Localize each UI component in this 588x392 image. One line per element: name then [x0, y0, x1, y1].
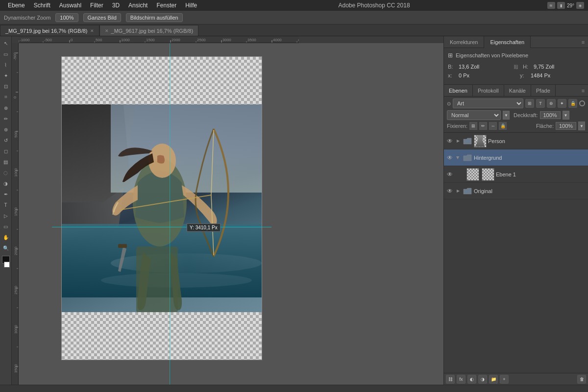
canvas-viewport[interactable]: Y: 3410,1 Px: [19, 43, 443, 385]
menu-schrift[interactable]: Schrift: [30, 1, 54, 10]
layer-vis-person[interactable]: 👁: [446, 137, 454, 145]
bildschirm-btn[interactable]: Bildschirm ausfüllen: [126, 13, 183, 22]
b-label: B:: [448, 64, 456, 70]
move-tool[interactable]: ↖: [1, 38, 11, 48]
blend-mode-select[interactable]: Normal: [447, 110, 501, 120]
layer-item-hintergrund[interactable]: 👁 ▶ Hintergrund: [444, 149, 588, 166]
filter-icon: ⊙: [447, 101, 451, 106]
hand-tool[interactable]: ✋: [1, 232, 11, 242]
layer-del-btn[interactable]: 🗑: [577, 375, 586, 384]
layer-filter-select[interactable]: Art: [453, 98, 523, 108]
menu-filter[interactable]: Filter: [86, 1, 107, 10]
gradient-tool[interactable]: ▤: [1, 157, 11, 167]
layer-link-btn[interactable]: ⛓: [446, 375, 455, 384]
dodge-tool[interactable]: ◑: [1, 178, 11, 188]
marquee-tool[interactable]: ▭: [1, 49, 11, 59]
fix-draw-icon[interactable]: ✏: [479, 122, 487, 130]
fix-lock-icon[interactable]: 🔒: [499, 122, 507, 130]
clone-tool[interactable]: ⊛: [1, 124, 11, 134]
svg-text:3500: 3500: [14, 364, 18, 373]
layer-expand-original[interactable]: ▶: [455, 188, 461, 194]
canvas-area[interactable]: -1000 -500 0 500 1000 1500 2000 2500: [12, 36, 443, 385]
svg-text:-500: -500: [44, 38, 52, 42]
tab-ebenen[interactable]: Ebenen: [444, 85, 473, 97]
eyedropper-tool[interactable]: ⌗: [1, 92, 11, 102]
ganzes-bild-btn[interactable]: Ganzes Bild: [83, 13, 121, 22]
layer-item-person[interactable]: 👁 ▶ Person: [444, 133, 588, 149]
opacity-dropdown[interactable]: ▼: [563, 111, 569, 120]
tab-pfade[interactable]: Pfade: [531, 85, 556, 97]
layer-icon-5[interactable]: 🔒: [568, 99, 577, 108]
folder-svg-person: [463, 137, 472, 145]
panel-menu-btn[interactable]: ≡: [578, 36, 588, 48]
menu-ansicht[interactable]: Ansicht: [124, 1, 151, 10]
layer-vis-hintergrund[interactable]: 👁: [446, 154, 454, 162]
pen-tool[interactable]: ✒: [1, 189, 11, 199]
zoom-percent-btn[interactable]: 100%: [55, 13, 78, 22]
layer-mode-row: Normal ▼ Deckkraft: ▼: [447, 110, 585, 120]
wand-tool[interactable]: ✦: [1, 71, 11, 80]
tab-eigenschaften[interactable]: Eigenschaften: [484, 36, 531, 48]
layer-group-btn[interactable]: 📁: [489, 375, 498, 384]
blend-dropdown[interactable]: ▼: [503, 111, 510, 120]
fix-pos-icon[interactable]: ⊞: [469, 122, 477, 130]
layer-icon-2[interactable]: T: [536, 99, 545, 108]
layer-vis-ebene1[interactable]: 👁: [446, 171, 454, 178]
text-tool[interactable]: T: [1, 200, 11, 210]
layer-adj-btn[interactable]: ◑: [478, 375, 487, 384]
flache-input[interactable]: [556, 122, 576, 130]
path-tool[interactable]: ▷: [1, 211, 11, 220]
layer-item-original[interactable]: 👁 ▶ Original: [444, 183, 588, 199]
thumb-checker-e1: [467, 169, 479, 180]
link-icon[interactable]: ⛓: [512, 63, 520, 71]
spot-heal-tool[interactable]: ⊕: [1, 103, 11, 113]
doc-tab-1[interactable]: _MG_9719.jpg bei 16,7% (RGB/8) ✕: [0, 25, 99, 36]
left-toolbar: ↖ ▭ ⌇ ✦ ⊡ ⌗ ⊕ ✏ ⊛ ↺ ◻ ▤ ◌ ◑ ✒ T ▷ ▭ ✋ 🔍: [0, 36, 12, 385]
layer-thumb-ebene1: [466, 168, 479, 181]
crop-tool[interactable]: ⊡: [1, 81, 11, 91]
flache-dropdown[interactable]: ▼: [578, 122, 585, 130]
fix-move-icon[interactable]: ↔: [489, 122, 497, 130]
ebenen-section: Ebenen Protokoll Kanäle Pfade ≡ ⊙ Art ⊞ …: [444, 85, 588, 385]
layer-folder-hintergrund: [463, 153, 472, 163]
blur-tool[interactable]: ◌: [1, 168, 11, 177]
layer-icon-1[interactable]: ⊞: [525, 99, 534, 108]
history-tool[interactable]: ↺: [1, 135, 11, 145]
doc-tab-1-close[interactable]: ✕: [90, 28, 94, 33]
layer-filter-toggle[interactable]: [579, 100, 585, 106]
tab-korrekturen[interactable]: Korrekturen: [444, 36, 484, 48]
layer-name-hintergrund: Hintergrund: [474, 155, 502, 161]
svg-line-64: [211, 130, 214, 195]
tab-protokoll[interactable]: Protokoll: [473, 85, 504, 97]
b-value: 13,6 Zoll: [459, 64, 509, 70]
lasso-tool[interactable]: ⌇: [1, 60, 11, 70]
zoom-tool[interactable]: 🔍: [1, 243, 11, 253]
layer-new-btn[interactable]: +: [500, 375, 509, 384]
ebenen-panel-menu[interactable]: ≡: [578, 85, 588, 96]
layer-icon-3[interactable]: ⊛: [547, 99, 556, 108]
opacity-input[interactable]: [540, 111, 561, 119]
fix-label: Fixieren:: [447, 123, 467, 129]
menu-3d[interactable]: 3D: [108, 1, 123, 10]
layer-item-ebene1[interactable]: 👁 Ebene 1: [444, 166, 588, 183]
eraser-tool[interactable]: ◻: [1, 146, 11, 156]
layer-fx-btn[interactable]: fx: [457, 375, 466, 384]
menu-fenster[interactable]: Fenster: [152, 1, 180, 10]
doc-tab-2[interactable]: ✕ _MG_9617.jpg bei 16,7% (RGB/8): [99, 25, 199, 36]
layer-mask-btn[interactable]: ◐: [467, 375, 476, 384]
layer-vis-original[interactable]: 👁: [446, 187, 454, 195]
svg-text:1000: 1000: [121, 38, 130, 42]
menu-hilfe[interactable]: Hilfe: [181, 1, 201, 10]
layer-expand-person[interactable]: ▶: [455, 138, 461, 144]
warrior-svg: [62, 104, 262, 312]
layer-icon-4[interactable]: ✦: [558, 99, 566, 108]
brush-tool[interactable]: ✏: [1, 114, 11, 123]
layer-expand-hintergrund[interactable]: ▶: [455, 155, 461, 161]
layer-name-original: Original: [474, 188, 492, 194]
background-color[interactable]: [4, 262, 10, 268]
menu-ebene[interactable]: Ebene: [4, 1, 29, 10]
checker-bottom: [62, 312, 262, 360]
menu-auswahl[interactable]: Auswahl: [55, 1, 85, 10]
tab-kanaele[interactable]: Kanäle: [504, 85, 531, 97]
shape-tool[interactable]: ▭: [1, 221, 11, 231]
